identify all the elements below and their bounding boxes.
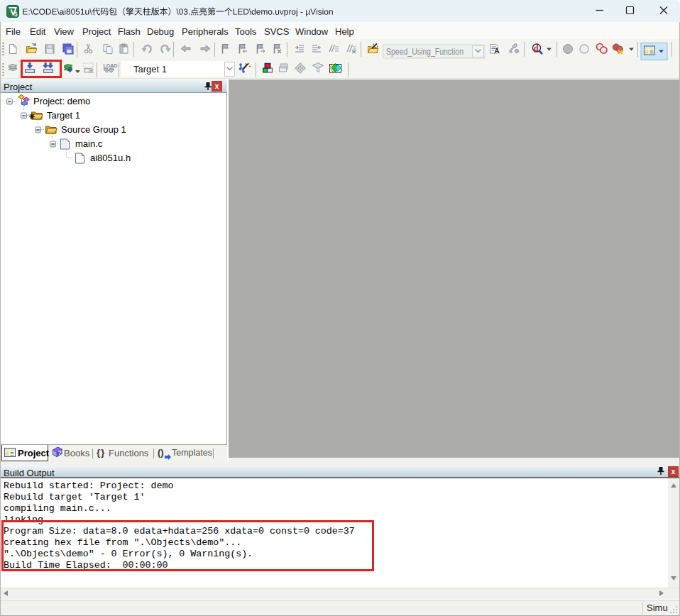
svg-text:?: ?	[58, 449, 62, 456]
svg-text:Source Group 1: Source Group 1	[61, 124, 126, 135]
svg-text:d: d	[534, 43, 539, 53]
svg-text:main.c: main.c	[75, 138, 103, 149]
svg-text:LOAD: LOAD	[104, 63, 118, 68]
svg-text:Target 1: Target 1	[47, 110, 80, 121]
svg-text:Speed_Using_Function: Speed_Using_Function	[386, 47, 464, 57]
svg-text:Project: demo: Project: demo	[33, 96, 90, 106]
svg-text:ai8051u.h: ai8051u.h	[90, 153, 131, 163]
